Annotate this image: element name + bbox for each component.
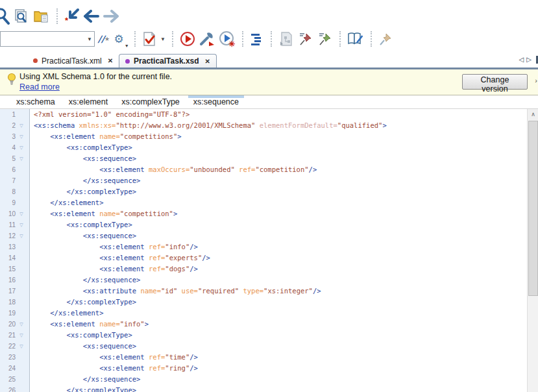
- fold-spacer: [16, 286, 27, 297]
- fold-toggle-icon[interactable]: ▽: [16, 341, 27, 352]
- code-line[interactable]: 2▽<xs:schema xmlns:xs="http://www.w3.org…: [0, 120, 538, 131]
- code-line[interactable]: 24 <xs:element ref="ring"/>: [0, 363, 538, 374]
- code-line[interactable]: 8 </xs:complexType>: [0, 186, 538, 197]
- code-line[interactable]: 23 <xs:element ref="time"/>: [0, 352, 538, 363]
- validate-dropdown-icon[interactable]: ▼: [158, 30, 167, 48]
- code-line[interactable]: 16 </xs:sequence>: [0, 275, 538, 286]
- validate-icon[interactable]: [140, 30, 158, 48]
- fold-toggle-icon[interactable]: ▽: [16, 142, 27, 153]
- fold-spacer: [16, 109, 27, 120]
- toolbar-separator: [271, 31, 272, 47]
- code-line[interactable]: 1<?xml version="1.0" encoding="UTF-8"?>: [0, 109, 538, 120]
- tab-PracticalTask.xsd[interactable]: PracticalTask.xsd✕: [119, 54, 217, 67]
- gutter: 15: [0, 263, 30, 275]
- code-line[interactable]: 17 <xs:attribute name="id" use="required…: [0, 286, 538, 297]
- tab-scroll-right-icon[interactable]: ▷: [526, 56, 534, 63]
- code-line[interactable]: 21▽ <xs:complexType>: [0, 330, 538, 341]
- breadcrumb-item-xs:complexType[interactable]: xs:complexType: [119, 95, 182, 108]
- code-line[interactable]: 5▽ <xs:sequence>: [0, 153, 538, 164]
- read-more-link[interactable]: Read more: [19, 82, 60, 92]
- open-folder-icon[interactable]: [31, 7, 52, 25]
- search-partial-icon[interactable]: [0, 7, 10, 25]
- code-line[interactable]: 18 </xs:complexType>: [0, 297, 538, 308]
- code-line[interactable]: 10▽ <xs:element name="competition">: [0, 208, 538, 219]
- fold-toggle-icon[interactable]: ▽: [16, 153, 27, 164]
- combo-dropdown-icon[interactable]: ▼: [87, 36, 92, 42]
- close-tab-icon[interactable]: ✕: [205, 58, 210, 65]
- code-line[interactable]: 15 <xs:element ref="dogs"/>: [0, 263, 538, 275]
- code-line[interactable]: 19 </xs:element>: [0, 308, 538, 319]
- xpath-input[interactable]: ▼: [0, 31, 95, 47]
- code-text: </xs:complexType>: [30, 297, 136, 308]
- fold-toggle-icon[interactable]: ▽: [16, 208, 27, 219]
- code-line[interactable]: 4▽ <xs:complexType>: [0, 142, 538, 153]
- pin-green-icon[interactable]: [315, 30, 335, 48]
- tab-scroll-left-icon[interactable]: ◁: [519, 56, 527, 63]
- code-editor[interactable]: 1<?xml version="1.0" encoding="UTF-8"?>2…: [0, 109, 538, 392]
- code-text: </xs:element>: [30, 197, 103, 208]
- fold-toggle-icon[interactable]: ▽: [16, 319, 27, 330]
- tab-label: PracticalTask.xsd: [134, 56, 199, 66]
- scroll-up-icon[interactable]: ∧: [528, 109, 538, 120]
- code-line[interactable]: 11▽ <xs:complexType>: [0, 219, 538, 230]
- fold-spacer: [16, 241, 27, 252]
- gutter: 9: [0, 197, 30, 208]
- code-line[interactable]: 25 </xs:sequence>: [0, 374, 538, 385]
- fold-spacer: [16, 252, 27, 263]
- goto-last-edit-icon[interactable]: *: [62, 7, 82, 25]
- tree-document-icon[interactable]: [276, 30, 296, 48]
- code-line[interactable]: 13 <xs:element ref="info"/>: [0, 241, 538, 252]
- gutter: 10▽: [0, 208, 30, 219]
- gutter: 2▽: [0, 120, 30, 131]
- fold-toggle-icon[interactable]: ▽: [16, 131, 27, 142]
- find-in-files-icon[interactable]: [10, 7, 31, 25]
- tab-PracticalTask.xml[interactable]: PracticalTask.xml✕: [27, 54, 119, 67]
- disabled-pin-icon[interactable]: [376, 30, 395, 48]
- code-line[interactable]: 9 </xs:element>: [0, 197, 538, 208]
- breadcrumb: xs:schemaxs:elementxs:complexTypexs:sequ…: [0, 95, 538, 109]
- change-version-button[interactable]: Change version: [462, 74, 528, 90]
- code-line[interactable]: 3▽ <xs:element name="competitions">: [0, 131, 538, 142]
- fold-toggle-icon[interactable]: ▽: [16, 219, 27, 230]
- back-icon[interactable]: [82, 7, 101, 25]
- line-number: 20: [0, 319, 16, 330]
- code-text: <xs:sequence>: [30, 153, 136, 164]
- breadcrumb-item-xs:sequence[interactable]: xs:sequence: [191, 95, 241, 108]
- fold-spacer: [16, 308, 27, 319]
- scrollbar-thumb[interactable]: [528, 121, 538, 296]
- code-text: <xs:element ref="dogs"/>: [30, 263, 198, 275]
- code-line[interactable]: 20▽ <xs:element name="info">: [0, 319, 538, 330]
- annotate-book-icon[interactable]: [345, 30, 366, 48]
- fold-toggle-icon[interactable]: ▽: [16, 120, 27, 131]
- apply-transformation-icon[interactable]: [178, 30, 197, 48]
- lightbulb-icon: [6, 73, 17, 86]
- debug-transformation-icon[interactable]: ✳: [217, 30, 238, 48]
- gutter: 21▽: [0, 330, 30, 341]
- format-indent-icon[interactable]: [248, 30, 266, 48]
- fold-toggle-icon[interactable]: ▽: [16, 330, 27, 341]
- code-line[interactable]: 14 <xs:element ref="experts"/>: [0, 252, 538, 263]
- code-line[interactable]: 6 <xs:element maxOccurs="unbounded" ref=…: [0, 164, 538, 175]
- settings-gear-icon[interactable]: ⚙▼: [113, 30, 130, 48]
- code-text: <xs:element name="competitions">: [30, 131, 182, 142]
- line-number: 10: [0, 208, 16, 219]
- line-number: 2: [0, 120, 16, 131]
- fold-toggle-icon[interactable]: ▽: [16, 230, 27, 241]
- breadcrumb-item-xs:schema[interactable]: xs:schema: [14, 95, 57, 108]
- line-number: 3: [0, 131, 16, 142]
- gutter: 26: [0, 385, 30, 392]
- pin-red-icon[interactable]: [296, 30, 315, 48]
- close-tab-icon[interactable]: ✕: [108, 57, 113, 64]
- xpath-expression-icon[interactable]: //★: [95, 30, 113, 48]
- code-line[interactable]: 26 </xs:complexType>: [0, 385, 538, 392]
- code-line[interactable]: 12▽ <xs:sequence>: [0, 230, 538, 241]
- tab-scroll-arrows[interactable]: ◁▷: [519, 56, 534, 63]
- code-line[interactable]: 22▽ <xs:sequence>: [0, 341, 538, 352]
- breadcrumb-item-xs:element[interactable]: xs:element: [67, 95, 110, 108]
- code-line[interactable]: 7 </xs:sequence>: [0, 175, 538, 186]
- vertical-scrollbar[interactable]: ∧: [527, 109, 538, 392]
- forward-icon[interactable]: [101, 7, 121, 25]
- configure-transformation-icon[interactable]: [197, 30, 217, 48]
- collapse-notification-icon[interactable]: ›: [535, 77, 537, 84]
- gutter: 17: [0, 286, 30, 297]
